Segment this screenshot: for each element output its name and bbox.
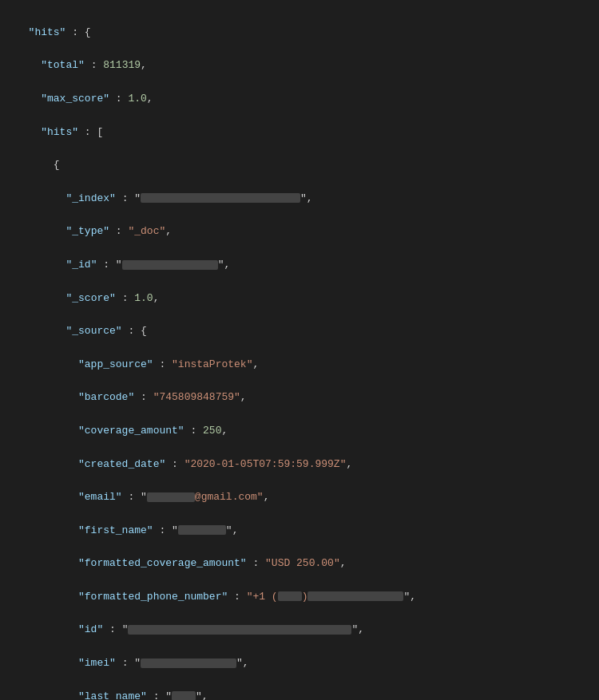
line-first-name: "first_name" : "", [16,523,583,540]
line-id: "_id" : "", [16,257,583,274]
redacted-id [122,260,218,270]
redacted-first-name [178,525,226,535]
key-barcode: "barcode" [78,391,134,403]
line-coverage-amount: "coverage_amount" : 250, [16,423,583,440]
line-id2: "id" : "", [16,622,583,639]
key-last-name: "last_name" [78,690,147,700]
line-hits-arr: "hits" : [ [16,125,583,141]
key-id2: "id" [78,623,103,635]
key-coverage-amount: "coverage_amount" [78,425,184,437]
val-app-source: "instaProtek" [172,358,252,370]
redacted-phone-num [307,591,403,601]
key-created-date: "created_date" [78,458,165,470]
line-formatted-coverage: "formatted_coverage_amount" : "USD 250.0… [16,556,583,572]
val-barcode: "745809848759" [153,391,240,403]
val-score: 1.0 [134,292,153,304]
val-formatted-coverage: "USD 250.00" [265,557,340,569]
line-type: "_type" : "_doc", [16,223,583,240]
line-last-name: "last_name" : "", [16,689,583,700]
line-imei: "imei" : "", [16,655,583,672]
line-barcode: "barcode" : "745809848759", [16,390,583,406]
key-first-name: "first_name" [78,524,153,536]
redacted-last-name [172,691,196,700]
key-id: "_id" [65,259,97,271]
val-email-suffix: @gmail.com" [195,491,264,503]
key-score: "_score" [65,292,115,304]
val-coverage-amount: 250 [203,425,221,437]
val-formatted-phone-suffix: ) [302,591,308,603]
key-imei: "imei" [78,657,116,669]
key-max-score: "max_score" [41,93,109,105]
redacted-phone-area [278,591,302,601]
key-app-source: "app_source" [78,358,153,370]
line-source: "_source" : { [16,323,583,340]
line-index: "_index" : "", [16,191,583,208]
val-max-score: 1.0 [128,93,146,105]
key-index: "_index" [65,192,115,204]
val-created-date: "2020-01-05T07:59:59.999Z" [184,458,347,470]
redacted-id2 [128,625,351,635]
redacted-index [141,193,300,203]
val-total: 811319 [103,59,141,71]
line-formatted-phone: "formatted_phone_number" : "+1 ()", [16,589,583,606]
line-created-date: "created_date" : "2020-01-05T07:59:59.99… [16,457,583,473]
key-hits: "hits" [29,26,66,38]
key-total: "total" [41,59,85,71]
line-hits: "hits" : { [16,25,583,42]
line-score: "_score" : 1.0, [16,291,583,307]
val-formatted-phone-prefix: "+1 ( [247,591,278,603]
line-max-score: "max_score" : 1.0, [16,91,583,108]
code-viewer: "hits" : { "total" : 811319, "max_score"… [0,8,599,700]
key-email: "email" [78,491,122,503]
redacted-imei [141,658,236,668]
line-open: { [16,157,583,174]
key-formatted-phone: "formatted_phone_number" [78,591,228,603]
line-total: "total" : 811319, [16,57,583,74]
key-hits-arr: "hits" [41,126,78,138]
key-type: "_type" [65,225,109,237]
val-type: "_doc" [128,225,165,237]
key-formatted-coverage: "formatted_coverage_amount" [78,557,247,569]
line-app-source: "app_source" : "instaProtek", [16,357,583,374]
line-email: "email" : "@gmail.com", [16,489,583,506]
redacted-email [147,492,195,502]
key-source: "_source" [65,325,121,337]
